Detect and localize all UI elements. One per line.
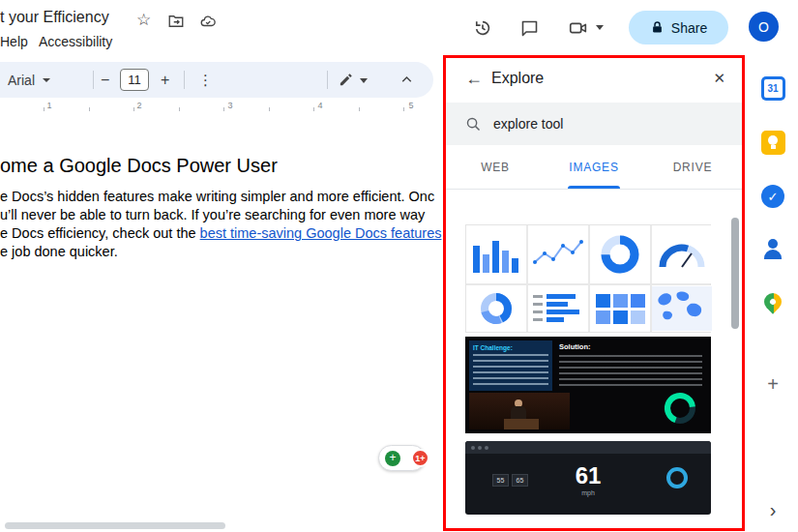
font-size-input[interactable]: 11 (120, 69, 149, 91)
share-button[interactable]: Share (629, 11, 728, 44)
move-folder-icon[interactable] (166, 13, 186, 34)
doc-paragraph-line[interactable]: e job done quicker. (0, 243, 118, 261)
document-title[interactable]: t your Efficiency (0, 9, 109, 26)
panel-scrollbar-thumb[interactable] (731, 218, 739, 329)
add-reaction-icon: + (385, 451, 400, 466)
explore-tabs: WEB IMAGES DRIVE (446, 145, 742, 190)
calendar-icon[interactable]: 31 (759, 74, 786, 102)
toolbar-divider (184, 71, 185, 89)
doc-paragraph-line[interactable]: e Docs efficiency, check out the best ti… (0, 224, 441, 243)
bar-chart-thumbnail-icon (466, 225, 526, 283)
video-camera-icon (567, 17, 590, 39)
doc-paragraph-line[interactable]: e Docs’s hidden features make writing si… (0, 188, 434, 206)
tab-drive[interactable]: DRIVE (643, 145, 742, 189)
star-icon[interactable]: ☆ (136, 10, 151, 30)
explore-search-bar (446, 103, 742, 145)
ruler-mark: 5 (406, 101, 416, 110)
table-bars-thumbnail-icon (528, 285, 588, 332)
comments-button[interactable] (517, 15, 542, 41)
slide-text-lines (559, 355, 702, 386)
window-dot (471, 446, 475, 450)
add-addon-button[interactable]: + (759, 370, 786, 398)
increase-font-size-button[interactable]: + (161, 62, 169, 98)
gauge-chart-thumbnail-icon (652, 225, 712, 283)
pen-icon (339, 73, 353, 87)
history-clock-icon (472, 17, 493, 39)
emoji-reaction-pill[interactable]: + 1+ (378, 445, 426, 471)
side-app-rail: 31 ✓ + › (748, 55, 798, 532)
maps-icon[interactable] (759, 288, 786, 315)
chevron-down-icon (43, 78, 50, 82)
speedometer-ring-icon (666, 467, 688, 488)
lock-icon (650, 20, 665, 35)
chevron-up-icon (399, 72, 415, 88)
explore-search-input[interactable] (493, 116, 687, 132)
version-history-button[interactable] (470, 15, 495, 41)
keep-icon[interactable] (759, 129, 786, 156)
menu-accessibility[interactable]: Accessibility (39, 34, 112, 49)
bulb-icon (768, 135, 778, 145)
share-button-label: Share (671, 20, 707, 36)
tab-web[interactable]: WEB (446, 145, 545, 189)
window-dot (485, 446, 488, 450)
meet-button[interactable] (566, 15, 591, 41)
search-icon (465, 116, 482, 133)
editing-mode-button[interactable] (339, 62, 353, 98)
check-icon: ✓ (761, 185, 784, 208)
doc-hyperlink[interactable]: best time-saving Google Docs features (200, 225, 442, 241)
explore-results: IT Challenge: Solution: (446, 190, 742, 528)
app-window: t your Efficiency ☆ Help Accessibility S… (0, 0, 798, 532)
ruler-ticks (0, 107, 440, 111)
image-result-presentation-slide[interactable]: IT Challenge: Solution: (465, 337, 711, 433)
contacts-icon[interactable] (759, 236, 786, 263)
toolbar: Arial − 11 + ⋮ (0, 62, 433, 98)
menu-help[interactable]: Help (0, 34, 28, 49)
explore-panel: ← Explore ✕ WEB IMAGES DRIVE (443, 55, 745, 531)
slide-challenge-box: IT Challenge: (469, 340, 552, 391)
cloud-saved-icon[interactable] (197, 13, 219, 34)
decrease-font-size-button[interactable]: − (101, 62, 109, 98)
ruler-mark: 3 (225, 101, 235, 110)
more-options-button[interactable]: ⋮ (198, 62, 213, 98)
line-chart-thumbnail-icon (528, 225, 588, 283)
ruler[interactable]: 1 2 3 4 5 (0, 100, 440, 113)
map-pin (760, 289, 784, 313)
tab-images[interactable]: IMAGES (545, 145, 643, 189)
keep-icon-frame (761, 131, 785, 155)
pie-chart-thumbnail-icon (466, 285, 526, 332)
collapse-rail-chevron-icon[interactable]: › (759, 496, 786, 523)
world-map-thumbnail-icon (652, 285, 712, 332)
meet-dropdown-arrow-icon[interactable] (596, 25, 604, 30)
back-arrow-icon[interactable]: ← (465, 69, 483, 89)
image-result-dashboard-collage[interactable] (465, 224, 711, 333)
calendar-icon-frame: 31 (761, 76, 785, 101)
ruler-mark: 1 (44, 101, 54, 110)
slide-text-lines (473, 354, 548, 389)
reaction-count-badge: 1+ (411, 449, 429, 467)
doc-paragraph-line[interactable]: u’ll never be able to turn back. If you’… (0, 206, 425, 224)
window-dot (478, 446, 482, 450)
comment-bubble-icon (519, 18, 540, 39)
horizontal-scrollbar-thumb[interactable] (5, 522, 225, 529)
toolbar-divider (327, 71, 328, 89)
slide-solution-heading: Solution: (559, 342, 591, 351)
ruler-mark: 4 (315, 101, 325, 110)
font-family-value: Arial (8, 73, 35, 88)
presenter-photo (469, 393, 570, 429)
image-result-speed-dashboard[interactable]: 55 65 61 mph (465, 441, 711, 515)
close-icon[interactable]: ✕ (713, 70, 725, 87)
podium (504, 419, 539, 429)
speed-unit: mph (465, 489, 711, 496)
account-avatar[interactable]: O (749, 12, 779, 42)
person-head (768, 239, 778, 249)
tasks-icon[interactable]: ✓ (759, 183, 786, 210)
ruler-mark: 2 (134, 101, 144, 110)
hide-menus-button[interactable] (399, 62, 415, 98)
doc-heading[interactable]: ome a Google Docs Power User (0, 155, 278, 177)
green-gauge-icon (661, 389, 699, 431)
font-family-select[interactable]: Arial (8, 62, 50, 98)
editing-mode-dropdown-arrow-icon[interactable] (360, 78, 368, 83)
bulb-base (771, 145, 776, 149)
explore-panel-header: ← Explore ✕ (446, 58, 742, 103)
kpi-grid-thumbnail-icon (590, 285, 650, 332)
